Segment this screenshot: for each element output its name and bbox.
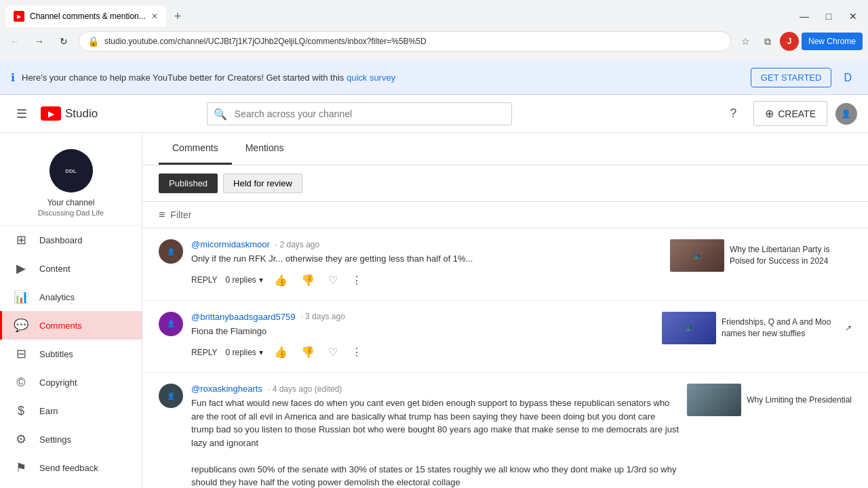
dislike-button[interactable]: 👎 — [298, 271, 317, 289]
comment-author: @brittanybaadsgaard5759 — [191, 312, 295, 322]
tab-mentions[interactable]: Mentions — [232, 133, 298, 165]
comments-icon: 💬 — [14, 318, 28, 333]
search-bar: 🔍 — [207, 102, 512, 125]
settings-label: Settings — [39, 434, 71, 445]
comment-video: Why Limiting the Presidential — [687, 384, 852, 416]
create-icon: ⊕ — [765, 107, 774, 120]
sidebar-item-subtitles[interactable]: ⊟ Subtitles — [0, 340, 142, 368]
dismiss-button[interactable]: D — [838, 72, 857, 84]
channel-logo: DDL — [50, 149, 93, 192]
dislike-button[interactable]: 👎 — [298, 343, 317, 361]
bookmark-button[interactable]: ☆ — [736, 32, 755, 51]
youtube-studio-logo[interactable]: Studio — [41, 106, 98, 121]
replies-button[interactable]: 0 replies ▾ — [225, 348, 262, 357]
filter-icon: ≡ — [159, 209, 165, 221]
reply-button[interactable]: REPLY — [191, 348, 217, 357]
tab-comments[interactable]: Comments — [159, 133, 232, 165]
tab-close-button[interactable]: ✕ — [151, 12, 158, 21]
browser-tab[interactable]: ▶ Channel comments & mention... ✕ — [5, 5, 166, 27]
create-button[interactable]: ⊕ CREATE — [753, 101, 827, 126]
content-icon: ▶ — [14, 261, 28, 276]
table-row: 👤 @brittanybaadsgaard5759 · 3 days ago F… — [142, 301, 868, 373]
header-actions: ? ⊕ CREATE 👤 — [721, 101, 857, 126]
tab-title: Channel comments & mention... — [30, 12, 146, 21]
sidebar-item-dashboard[interactable]: ⊞ Dashboard — [0, 226, 142, 254]
profile-circle[interactable]: J — [780, 32, 799, 51]
more-options-button[interactable]: ⋮ — [349, 343, 365, 361]
comment-author: @roxaskinghearts — [191, 384, 262, 394]
comment-actions: REPLY 0 replies ▾ 👍 👎 ♡ ⋮ — [191, 271, 662, 289]
sidebar-item-feedback[interactable]: ⚑ Send feedback — [0, 453, 142, 482]
get-started-button[interactable]: GET STARTED — [751, 68, 832, 87]
avatar: 👤 — [159, 384, 183, 408]
menu-toggle-button[interactable]: ☰ — [11, 101, 33, 127]
account-avatar[interactable]: 👤 — [835, 103, 857, 125]
help-button[interactable]: ? — [721, 102, 745, 126]
tab-search-button[interactable]: ⧉ — [758, 32, 777, 51]
sidebar-item-copyright[interactable]: © Copyright — [0, 368, 142, 396]
youtube-icon — [41, 106, 61, 121]
channel-logo-inner: DDL — [50, 149, 93, 192]
published-tab[interactable]: Published — [159, 174, 218, 193]
video-title: Why the Libertarian Party is Poised for … — [730, 244, 852, 267]
survey-link[interactable]: quick survey — [347, 73, 395, 83]
reply-button[interactable]: REPLY — [191, 275, 217, 285]
comment-text: Fiona the Flamingo — [191, 325, 654, 338]
avatar: 👤 — [159, 239, 183, 264]
new-chrome-button[interactable]: New Chrome — [802, 33, 863, 50]
comment-body: @micormidaskmoor · 2 days ago Only if th… — [191, 239, 662, 289]
heart-button[interactable]: ♡ — [326, 271, 340, 289]
table-row: 👤 @micormidaskmoor · 2 days ago Only if … — [142, 228, 868, 301]
video-title: Friendships, Q and A and Moo names her n… — [722, 317, 840, 340]
comment-text: Only if the run RFK Jr... otherwise they… — [191, 252, 662, 266]
search-input[interactable] — [207, 102, 512, 125]
more-options-button[interactable]: ⋮ — [349, 271, 365, 289]
feedback-label: Send feedback — [39, 463, 98, 473]
browser-titlebar: ▶ Channel comments & mention... ✕ + — □ … — [0, 0, 868, 27]
filter-row: ≡ Filter — [142, 202, 868, 228]
sidebar-item-earn[interactable]: $ Earn — [0, 396, 142, 425]
comment-author: @micormidaskmoor — [191, 239, 270, 249]
browser-controls: ← → ↻ 🔒 studio.youtube.com/channel/UCJBt… — [0, 27, 868, 56]
sidebar-item-comments[interactable]: 💬 Comments — [0, 311, 142, 340]
sidebar: DDL Your channel Discussing Dad Life ⊞ D… — [0, 133, 142, 488]
comments-nav-label: Comments — [39, 321, 82, 331]
subtitles-label: Subtitles — [39, 349, 73, 359]
copyright-icon: © — [14, 375, 28, 390]
close-window-button[interactable]: ✕ — [844, 7, 863, 26]
back-button[interactable]: ← — [5, 32, 24, 51]
video-thumbnail: 📺 — [670, 239, 724, 272]
sidebar-item-content[interactable]: ▶ Content — [0, 254, 142, 283]
forward-button[interactable]: → — [30, 32, 49, 51]
sidebar-item-analytics[interactable]: 📊 Analytics — [0, 283, 142, 311]
new-tab-button[interactable]: + — [169, 7, 187, 26]
channel-info: DDL Your channel Discussing Dad Life — [0, 138, 142, 226]
sidebar-item-settings[interactable]: ⚙ Settings — [0, 425, 142, 453]
address-bar[interactable]: 🔒 studio.youtube.com/channel/UCJBt7j1K7j… — [79, 31, 731, 52]
dashboard-label: Dashboard — [39, 235, 83, 245]
reload-button[interactable]: ↻ — [54, 32, 73, 51]
like-button[interactable]: 👍 — [271, 343, 290, 361]
comment-body: @brittanybaadsgaard5759 · 3 days ago Fio… — [191, 312, 654, 362]
external-link-icon[interactable]: ↗ — [845, 323, 852, 333]
comment-body: @roxaskinghearts · 4 days ago (edited) F… — [191, 384, 679, 488]
heart-button[interactable]: ♡ — [326, 343, 340, 361]
restore-button[interactable]: □ — [819, 7, 838, 26]
video-title: Why Limiting the Presidential — [747, 394, 852, 406]
like-button[interactable]: 👍 — [271, 271, 290, 289]
video-thumbnail: 📺 — [662, 312, 716, 344]
avatar: 👤 — [159, 312, 183, 336]
studio-text: Studio — [65, 107, 98, 121]
create-label: CREATE — [778, 108, 816, 119]
held-for-review-tab[interactable]: Held for review — [223, 174, 302, 193]
comment-time: · 2 days ago — [275, 240, 319, 249]
browser-actions: ☆ ⧉ J New Chrome — [736, 32, 863, 51]
comment-meta: @micormidaskmoor · 2 days ago — [191, 239, 662, 249]
info-icon: ℹ — [11, 71, 15, 84]
main-content: Comments Mentions Published Held for rev… — [142, 133, 868, 488]
minimize-button[interactable]: — — [795, 7, 814, 26]
table-row: 👤 @roxaskinghearts · 4 days ago (edited)… — [142, 373, 868, 488]
comment-time: · 3 days ago — [300, 312, 344, 321]
replies-button[interactable]: 0 replies ▾ — [225, 275, 262, 285]
browser-chrome: ▶ Channel comments & mention... ✕ + — □ … — [0, 0, 868, 61]
